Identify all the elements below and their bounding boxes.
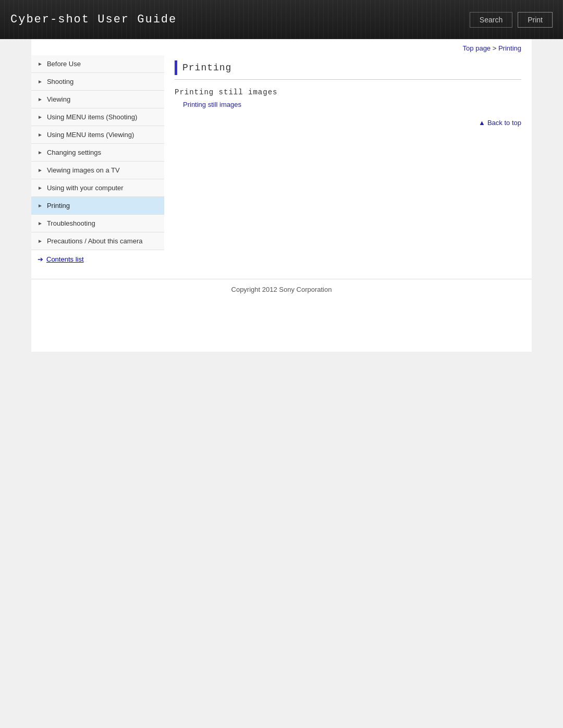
footer: Copyright 2012 Sony Corporation [31, 279, 532, 300]
contents-list-link[interactable]: Contents list [46, 255, 84, 263]
page-title: Printing [182, 63, 231, 73]
chevron-right-icon: ► [38, 150, 43, 155]
back-to-top: ▲Back to top [175, 119, 521, 127]
back-to-top-link[interactable]: ▲Back to top [479, 119, 521, 127]
header: Cyber-shot User Guide Search Print [0, 0, 563, 39]
chevron-right-icon: ► [38, 203, 43, 208]
page-title-bar: Printing [175, 60, 521, 80]
chevron-right-icon: ► [38, 220, 43, 226]
sidebar-item-changing-settings[interactable]: ►Changing settings [31, 144, 164, 162]
main-content: Printing Printing still images Printing … [164, 55, 532, 137]
sidebar-item-viewing[interactable]: ►Viewing [31, 91, 164, 108]
chevron-right-icon: ► [38, 132, 43, 138]
printing-still-images-link[interactable]: Printing still images [183, 101, 521, 108]
sidebar-item-using-menu-shooting[interactable]: ►Using MENU items (Shooting) [31, 108, 164, 126]
sidebar-item-shooting[interactable]: ►Shooting [31, 73, 164, 91]
breadcrumb-separator: > [491, 44, 498, 52]
chevron-right-icon: ► [38, 61, 43, 67]
chevron-right-icon: ► [38, 114, 43, 120]
page-title-accent [175, 60, 177, 75]
sidebar-item-using-computer[interactable]: ►Using with your computer [31, 179, 164, 197]
chevron-right-icon: ► [38, 79, 43, 84]
arrow-right-icon: ➔ [38, 255, 43, 263]
header-buttons: Search Print [470, 12, 553, 28]
sidebar-item-using-menu-viewing[interactable]: ►Using MENU items (Viewing) [31, 126, 164, 144]
printing-section: Printing still images Printing still ima… [175, 88, 521, 108]
chevron-right-icon: ► [38, 185, 43, 191]
sidebar-item-label: Viewing images on a TV [47, 166, 120, 174]
main-wrapper: Top page > Printing ►Before Use►Shooting… [31, 39, 532, 352]
copyright-text: Copyright 2012 Sony Corporation [231, 286, 332, 293]
content-area: ►Before Use►Shooting►Viewing►Using MENU … [31, 55, 532, 268]
sidebar-item-label: Printing [47, 202, 70, 209]
sidebar-item-viewing-tv[interactable]: ►Viewing images on a TV [31, 162, 164, 179]
sidebar-item-label: Before Use [47, 60, 81, 68]
header-title: Cyber-shot User Guide [10, 13, 177, 26]
sidebar-item-label: Viewing [47, 95, 70, 103]
sidebar-item-label: Shooting [47, 78, 74, 85]
breadcrumb-current-link[interactable]: Printing [498, 44, 521, 52]
sidebar-item-troubleshooting[interactable]: ►Troubleshooting [31, 215, 164, 232]
sidebar-item-before-use[interactable]: ►Before Use [31, 55, 164, 73]
breadcrumb: Top page > Printing [31, 39, 532, 55]
sidebar-item-label: Troubleshooting [47, 219, 95, 227]
search-button[interactable]: Search [470, 12, 512, 28]
chevron-right-icon: ► [38, 167, 43, 173]
section-heading: Printing still images [175, 88, 521, 96]
triangle-up-icon: ▲ [479, 119, 485, 127]
sidebar-item-label: Using with your computer [47, 184, 124, 192]
sidebar-item-label: Precautions / About this camera [47, 237, 143, 245]
sidebar-item-precautions[interactable]: ►Precautions / About this camera [31, 232, 164, 250]
sidebar-item-label: Changing settings [47, 149, 101, 156]
chevron-right-icon: ► [38, 96, 43, 102]
print-button[interactable]: Print [518, 12, 553, 28]
sidebar: ►Before Use►Shooting►Viewing►Using MENU … [31, 55, 164, 268]
chevron-right-icon: ► [38, 238, 43, 244]
sidebar-item-label: Using MENU items (Shooting) [47, 113, 137, 121]
sidebar-contents-list[interactable]: ➔ Contents list [31, 250, 164, 268]
breadcrumb-top-link[interactable]: Top page [463, 44, 491, 52]
sidebar-item-label: Using MENU items (Viewing) [47, 131, 134, 139]
sidebar-item-printing[interactable]: ►Printing [31, 197, 164, 215]
